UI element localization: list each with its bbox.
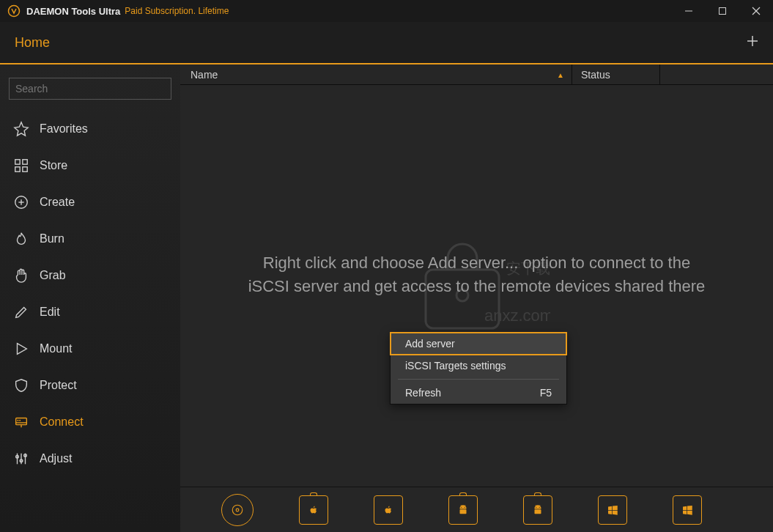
drive-apple-tablet[interactable] <box>374 495 403 525</box>
sidebar-item-label: Protect <box>40 379 77 392</box>
subscription-label: Paid Subscription. Lifetime <box>125 6 229 16</box>
sidebar: Favorites Store Create Burn Grab Edit Mo… <box>0 64 180 532</box>
svg-point-31 <box>461 506 462 507</box>
hand-icon <box>13 267 29 284</box>
create-icon <box>13 194 29 210</box>
column-headers: Name ▲ Status <box>180 64 773 85</box>
play-icon <box>13 341 29 357</box>
sidebar-item-label: Grab <box>40 269 66 282</box>
empty-state-message: Right click and choose Add server... opt… <box>180 251 773 298</box>
ctx-add-server[interactable]: Add server <box>391 333 566 355</box>
home-menu[interactable]: Home <box>15 35 50 51</box>
sidebar-item-label: Adjust <box>40 452 72 465</box>
sidebar-item-label: Create <box>40 196 75 209</box>
search-input[interactable] <box>15 83 165 95</box>
sidebar-item-label: Mount <box>40 342 72 355</box>
shield-icon <box>13 377 29 394</box>
sidebar-item-protect[interactable]: Protect <box>9 369 171 402</box>
ctx-refresh[interactable]: Refresh F5 <box>391 382 566 404</box>
ctx-separator <box>398 379 559 380</box>
column-header-name[interactable]: Name ▲ <box>180 64 572 84</box>
svg-point-30 <box>236 509 239 511</box>
grid-icon <box>13 158 29 174</box>
drive-android-tablet[interactable] <box>523 495 552 525</box>
sidebar-item-create[interactable]: Create <box>9 186 171 218</box>
drive-windows-1[interactable] <box>598 495 627 525</box>
svg-point-36 <box>536 506 536 507</box>
sidebar-item-favorites[interactable]: Favorites <box>9 113 171 145</box>
titlebar: DAEMON Tools Ultra Paid Subscription. Li… <box>0 0 773 22</box>
sidebar-item-label: Connect <box>40 415 84 429</box>
drive-windows-2[interactable] <box>673 495 702 525</box>
svg-point-37 <box>539 506 540 507</box>
main-panel: Name ▲ Status 安下载 anxz.com Right click a… <box>180 64 773 532</box>
svg-point-32 <box>465 506 465 507</box>
drive-android-phone[interactable] <box>448 495 478 525</box>
svg-rect-8 <box>23 160 27 164</box>
svg-rect-7 <box>15 160 20 164</box>
menubar: Home <box>0 22 773 64</box>
svg-rect-35 <box>460 509 467 514</box>
sidebar-item-label: Favorites <box>40 122 88 136</box>
sidebar-item-edit[interactable]: Edit <box>9 296 171 328</box>
svg-rect-14 <box>16 418 27 425</box>
star-icon <box>13 121 29 137</box>
sidebar-item-connect[interactable]: Connect <box>9 406 171 438</box>
app-title: DAEMON Tools Ultra <box>26 6 120 17</box>
flame-icon <box>13 231 29 247</box>
drive-apple-phone[interactable] <box>299 495 328 525</box>
sidebar-item-label: Edit <box>40 306 60 319</box>
app-logo-icon <box>7 4 21 18</box>
sidebar-item-store[interactable]: Store <box>9 149 171 182</box>
sidebar-item-grab[interactable]: Grab <box>9 259 171 292</box>
sidebar-item-label: Burn <box>40 232 64 245</box>
maximize-button[interactable] <box>706 0 739 22</box>
drive-bar <box>180 487 773 532</box>
drive-disc[interactable] <box>221 494 254 526</box>
sidebar-item-mount[interactable]: Mount <box>9 333 171 365</box>
network-icon <box>13 414 29 430</box>
svg-rect-9 <box>15 167 20 171</box>
sidebar-item-burn[interactable]: Burn <box>9 223 171 255</box>
add-icon[interactable] <box>747 35 758 51</box>
ctx-refresh-shortcut: F5 <box>540 387 552 399</box>
column-header-status[interactable]: Status <box>572 64 660 84</box>
svg-rect-40 <box>535 509 541 514</box>
svg-text:anxz.com: anxz.com <box>484 306 550 325</box>
search-input-wrap[interactable] <box>9 78 171 100</box>
ctx-iscsi-settings[interactable]: iSCSI Targets settings <box>391 355 566 377</box>
svg-rect-10 <box>23 167 27 171</box>
minimize-button[interactable] <box>672 0 706 22</box>
svg-point-0 <box>9 6 20 17</box>
sliders-icon <box>13 451 29 467</box>
sidebar-item-adjust[interactable]: Adjust <box>9 443 171 475</box>
sort-indicator-icon: ▲ <box>557 70 564 78</box>
svg-point-29 <box>232 505 243 515</box>
sidebar-item-label: Store <box>40 159 67 172</box>
context-menu: Add server iSCSI Targets settings Refres… <box>390 332 567 404</box>
close-button[interactable] <box>739 0 773 22</box>
pencil-icon <box>13 304 29 320</box>
svg-rect-2 <box>720 8 726 15</box>
